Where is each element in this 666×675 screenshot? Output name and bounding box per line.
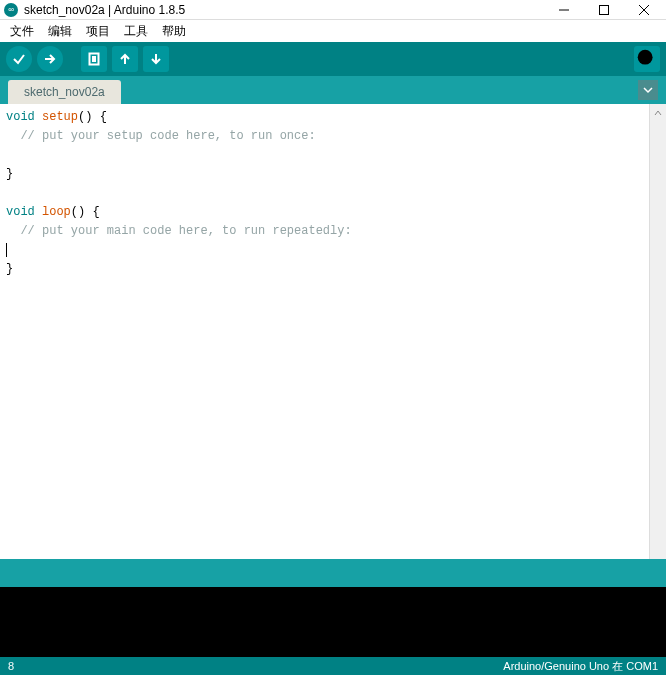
output-separator[interactable]: [0, 559, 666, 587]
tab-sketch[interactable]: sketch_nov02a: [8, 80, 121, 104]
menubar: 文件 编辑 项目 工具 帮助: [0, 20, 666, 42]
editor-panel: void setup() { // put your setup code he…: [0, 104, 666, 559]
svg-rect-1: [600, 5, 609, 14]
status-line-number: 8: [8, 660, 14, 672]
file-new-icon: [87, 52, 101, 66]
scroll-up-arrow[interactable]: [650, 104, 666, 121]
open-button[interactable]: [112, 46, 138, 72]
vertical-scrollbar[interactable]: [649, 104, 666, 559]
window-controls: [544, 1, 664, 19]
arrow-down-icon: [149, 52, 163, 66]
menu-project[interactable]: 项目: [80, 21, 116, 42]
window-title: sketch_nov02a | Arduino 1.8.5: [24, 3, 544, 17]
menu-help[interactable]: 帮助: [156, 21, 192, 42]
text-cursor: [6, 243, 7, 257]
verify-button[interactable]: [6, 46, 32, 72]
tab-menu-button[interactable]: [638, 80, 658, 100]
titlebar: sketch_nov02a | Arduino 1.8.5: [0, 0, 666, 20]
svg-line-9: [651, 63, 658, 70]
save-button[interactable]: [143, 46, 169, 72]
serial-monitor-button[interactable]: [634, 46, 660, 72]
close-button[interactable]: [624, 1, 664, 19]
upload-button[interactable]: [37, 46, 63, 72]
status-board-port: Arduino/Genuino Uno 在 COM1: [503, 659, 658, 674]
menu-file[interactable]: 文件: [4, 21, 40, 42]
arrow-right-icon: [43, 52, 57, 66]
minimize-button[interactable]: [544, 1, 584, 19]
arrow-up-icon: [118, 52, 132, 66]
arduino-logo-icon: [4, 3, 18, 17]
new-button[interactable]: [81, 46, 107, 72]
tabbar: sketch_nov02a: [0, 76, 666, 104]
menu-tools[interactable]: 工具: [118, 21, 154, 42]
toolbar: [0, 42, 666, 76]
chevron-down-icon: [643, 85, 653, 95]
serial-monitor-icon: [634, 46, 660, 72]
check-icon: [12, 52, 26, 66]
maximize-button[interactable]: [584, 1, 624, 19]
menu-edit[interactable]: 编辑: [42, 21, 78, 42]
statusbar: 8 Arduino/Genuino Uno 在 COM1: [0, 657, 666, 675]
output-console: [0, 587, 666, 657]
code-editor[interactable]: void setup() { // put your setup code he…: [0, 104, 649, 559]
svg-point-8: [638, 50, 653, 65]
